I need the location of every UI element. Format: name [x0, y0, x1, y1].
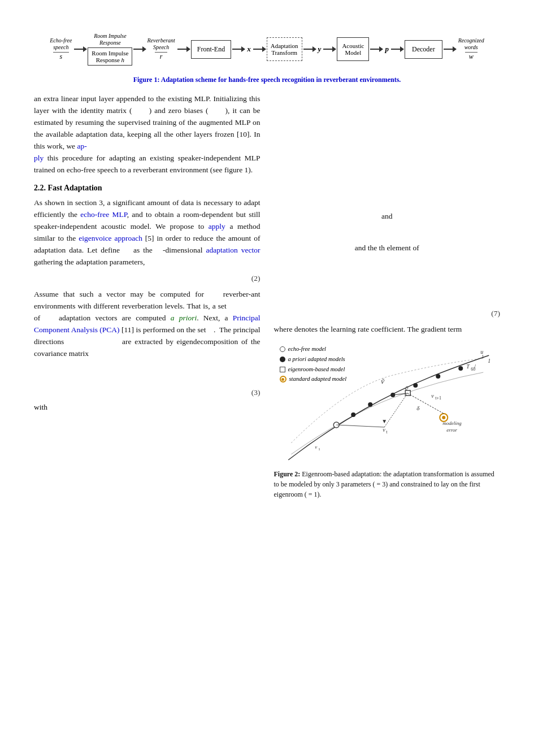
equation-2-line: (2): [34, 274, 261, 283]
apply-text: ap-ply: [34, 142, 87, 162]
paragraph-3: Assume that such a vector may be compute…: [34, 289, 261, 360]
equation-7-line: (7): [274, 309, 501, 318]
svg-line-28: [384, 393, 407, 427]
w-var: w: [465, 52, 477, 61]
echo-free-mlp-text: echo-free MLP: [80, 210, 127, 219]
where-text: where denotes the learning rate coeffici…: [274, 325, 406, 333]
svg-point-18: [368, 402, 372, 407]
figure2-container: echo-free model a priori adapted models …: [274, 341, 501, 499]
equation-7-number: (7): [491, 309, 500, 318]
figure2-caption-text: Eigenroom-based adaptation: the adaptati…: [274, 470, 494, 498]
section-22-heading: 2.2. Fast Adaptation: [34, 184, 261, 193]
eq2-content: [34, 274, 240, 283]
left-column: an extra linear input layer appended to …: [34, 93, 261, 499]
p-var: p: [385, 45, 389, 54]
spacer-left: [34, 366, 261, 383]
gradient-term-text: The gradient term: [407, 325, 462, 333]
svg-text:δ: δ: [416, 405, 420, 411]
spacer-r1: [274, 227, 501, 238]
right-and-2: and the th element of: [274, 244, 501, 253]
svg-text:1: 1: [318, 447, 320, 451]
eq3-content: [34, 388, 240, 397]
figure2-caption: Figure 2: Eigenroom-based adaptation: th…: [274, 469, 501, 499]
svg-text:T: T: [466, 363, 470, 370]
page: Echo-freespeech s Room ImpulseResponse R…: [0, 0, 534, 756]
figure2-svg: u 1 T 60 / ṽ v̄ δ v t+1: [274, 341, 501, 466]
adaptation-vector-text: adaptation vector: [206, 246, 261, 254]
equation-2-number: (2): [251, 274, 261, 283]
arrow2: [133, 49, 146, 50]
front-end-box: Front-End: [191, 40, 231, 59]
svg-point-21: [436, 374, 440, 379]
figure1-diagram: Echo-freespeech s Room ImpulseResponse R…: [34, 23, 500, 71]
arrow6: [303, 49, 316, 50]
right-column: and and the th element of (7) where deno…: [274, 93, 501, 499]
paragraph-1: an extra linear input layer appended to …: [34, 93, 261, 176]
decoder-box: Decoder: [405, 40, 442, 59]
svg-text:1: 1: [488, 358, 490, 364]
acoustic-box: AcousticModel: [337, 37, 369, 61]
right-and-1: and: [274, 212, 501, 221]
svg-point-20: [413, 383, 418, 388]
svg-point-17: [351, 412, 355, 417]
svg-text:v: v: [431, 393, 434, 399]
r-var: r: [155, 52, 167, 61]
right-paragraph-where: where denotes the learning rate coeffici…: [274, 324, 501, 336]
arrow5: [253, 49, 266, 50]
room-impulse-box: Room ImpulseResponse h: [88, 47, 132, 66]
s-var: s: [53, 52, 69, 61]
adaptation-box: AdaptationTransform: [267, 37, 302, 61]
pca-text: Principal Component Analysis (PCA): [34, 314, 260, 334]
svg-text:ṽ: ṽ: [380, 378, 385, 385]
svg-text:error: error: [446, 427, 457, 433]
with-label: with: [34, 403, 261, 412]
spacer-r2: [274, 258, 501, 303]
eigenvoice-text: eigenvoice approach: [79, 234, 142, 242]
equation-3-number: (3): [251, 388, 261, 397]
paragraph-2: As shown in section 3, a significant amo…: [34, 197, 261, 268]
svg-point-25: [442, 416, 445, 419]
figure1-caption: Figure 1: Adaptation scheme for hands-fr…: [34, 76, 500, 84]
arrow4: [232, 49, 245, 50]
svg-text:v: v: [315, 444, 317, 450]
svg-text:/: /: [474, 363, 476, 370]
arrow1: [74, 49, 86, 50]
arrow9: [391, 49, 403, 50]
echo-free-label: Echo-freespeech: [50, 37, 72, 51]
svg-text:t: t: [386, 429, 388, 435]
figure2-label: Figure 2:: [274, 470, 301, 478]
figure1-label: Figure 1: Adaptation scheme for hands-fr…: [133, 76, 401, 84]
svg-rect-23: [405, 390, 410, 396]
svg-text:t+1: t+1: [435, 396, 441, 401]
right-top-spacer: [274, 93, 501, 206]
arrow10: [444, 49, 456, 50]
apply-method-text: apply: [209, 222, 225, 231]
arrow8: [370, 49, 383, 50]
figure1-section: Echo-freespeech s Room ImpulseResponse R…: [34, 23, 500, 84]
equation-3-line: (3): [34, 388, 261, 397]
x-var: x: [247, 45, 251, 54]
svg-line-29: [336, 425, 384, 427]
two-column-layout: an extra linear input layer appended to …: [34, 93, 500, 499]
figure2-diagram: echo-free model a priori adapted models …: [274, 341, 501, 466]
eq7-content: [274, 309, 492, 318]
svg-text:1: 1: [481, 354, 484, 359]
y-var: y: [318, 45, 322, 54]
svg-text:▼: ▼: [381, 418, 387, 424]
arrow3: [177, 49, 190, 50]
apriori-text: a priori: [171, 314, 197, 322]
svg-point-22: [458, 366, 463, 371]
arrow7: [323, 49, 336, 50]
svg-text:v: v: [383, 427, 385, 433]
